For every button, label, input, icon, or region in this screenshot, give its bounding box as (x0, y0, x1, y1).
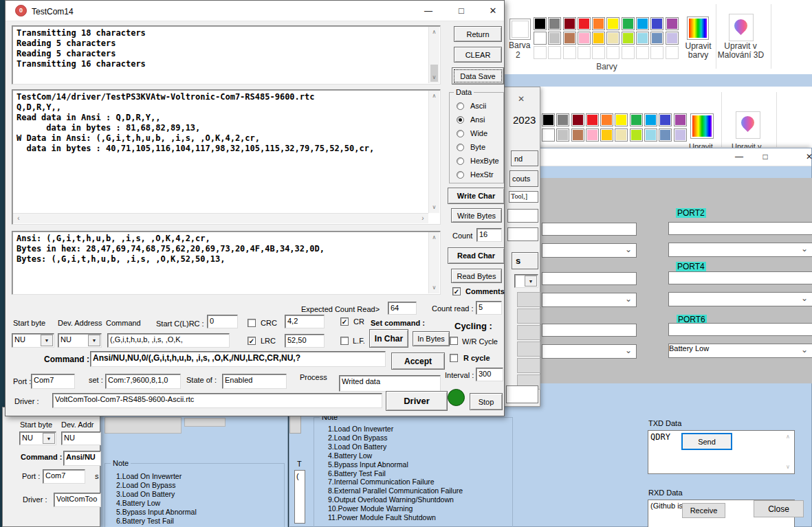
command-pattern-input[interactable]: (,G,i,t,h,u,b, ,i,s, ,O,K, (107, 333, 230, 348)
clear-button[interactable]: CLEAR (454, 47, 502, 63)
color-swatch[interactable] (563, 32, 576, 45)
scroll-up-icon[interactable]: ∧ (429, 27, 439, 37)
edit-colors-icon[interactable] (690, 113, 714, 139)
scroll-right-icon[interactable]: › (418, 214, 428, 223)
comments-checkbox[interactable]: ✓ (452, 287, 461, 295)
color-swatch[interactable] (650, 32, 663, 45)
port4-name-input[interactable] (668, 271, 812, 284)
read-bytes-button[interactable]: Read Bytes (451, 269, 502, 283)
stop-button[interactable]: Stop (470, 393, 503, 410)
lf-checkbox[interactable] (340, 337, 349, 345)
color-swatch[interactable] (600, 128, 613, 142)
color-swatch-empty[interactable] (563, 46, 576, 59)
scroll-up-icon[interactable]: ∧ (783, 432, 793, 442)
testcom14-titlebar[interactable]: 0 TestCom14 — □ ✕ (6, 1, 504, 21)
dev-address-select[interactable]: NU ▼ (58, 333, 102, 348)
color-swatch[interactable] (615, 113, 628, 126)
counts-button-fragment[interactable]: couts (509, 170, 538, 187)
port-input[interactable]: Com7 (31, 374, 75, 389)
scroll-down-icon[interactable]: ∨ (429, 283, 439, 293)
color-swatch[interactable] (644, 128, 657, 142)
in-char-button[interactable]: In Char (369, 329, 408, 348)
color-swatch[interactable] (556, 128, 569, 142)
color-swatch[interactable] (636, 32, 649, 45)
radio-hexstr[interactable] (457, 171, 464, 179)
radio-hexbyte[interactable] (457, 157, 464, 165)
textbox-fragment[interactable] (507, 209, 538, 223)
close-icon[interactable]: ✕ (511, 93, 531, 105)
color-swatch[interactable] (630, 128, 643, 142)
color-swatch[interactable] (586, 128, 599, 142)
parsed-scrollbar[interactable]: ∧ ∨ (428, 232, 439, 293)
parsed-textarea[interactable]: Ansi: (,G,i,t,h,u,b, ,i,s, ,O,K,4,2,cr, … (12, 231, 441, 295)
color-swatch[interactable] (600, 113, 613, 126)
tool-textbox-fragment[interactable]: Tool,] (509, 191, 538, 203)
port-input[interactable]: Com7 (43, 469, 85, 484)
color2-swatch[interactable] (509, 19, 531, 40)
color-swatch[interactable] (578, 32, 591, 45)
paint3d-icon[interactable] (736, 111, 760, 139)
color-swatch[interactable] (542, 113, 555, 126)
color-swatch[interactable] (630, 113, 643, 126)
radio-wide[interactable] (457, 130, 464, 137)
close-icon[interactable]: ✕ (799, 150, 812, 163)
port4-status-select[interactable]: ⌄ (668, 292, 812, 306)
dropdown-icon[interactable]: ▼ (88, 335, 100, 346)
color-swatch[interactable] (615, 128, 628, 142)
state-input[interactable]: Enabled (222, 374, 287, 389)
count-read-input[interactable]: 5 (476, 301, 502, 315)
color-swatch[interactable] (674, 113, 687, 126)
color-swatch[interactable] (578, 17, 591, 30)
r-cycle-checkbox[interactable] (450, 354, 458, 362)
port5-status-select[interactable]: ⌄ (542, 344, 637, 359)
scroll-left-icon[interactable]: ‹ (14, 214, 23, 223)
bytes-button-fragment[interactable]: s (512, 252, 538, 269)
close-button[interactable]: Close (754, 500, 804, 517)
start-crc-input[interactable]: 0 (207, 315, 238, 328)
radio-ascii[interactable] (457, 102, 464, 110)
port2-name-input[interactable] (668, 222, 812, 235)
expected-count-input[interactable]: 64 (388, 302, 417, 315)
crc-value-input[interactable]: 4,2 (285, 315, 325, 328)
scroll-up-icon[interactable]: ∧ (429, 233, 439, 243)
color-swatch[interactable] (548, 17, 561, 30)
color-swatch-empty[interactable] (636, 46, 649, 59)
process-input[interactable]: Writed data (339, 375, 441, 392)
color-swatch-empty[interactable] (666, 46, 679, 59)
dev-address-select[interactable]: NU (61, 431, 101, 445)
color-swatch[interactable] (556, 113, 569, 126)
session-hscrollbar[interactable]: ‹ › (13, 213, 428, 223)
color-swatch[interactable] (666, 32, 679, 45)
color-swatch-empty[interactable] (606, 46, 619, 59)
count-input[interactable]: 16 (476, 228, 502, 242)
port3-name-input[interactable] (542, 272, 637, 285)
color-swatch[interactable] (650, 17, 663, 30)
dropdown-icon[interactable]: ▼ (43, 433, 55, 444)
port3-status-select[interactable]: ⌄ (542, 293, 637, 307)
lrc-checkbox[interactable]: ✓ (248, 337, 256, 345)
send-button-fragment[interactable]: nd (511, 150, 538, 166)
crc-checkbox[interactable] (248, 319, 256, 327)
interval-input[interactable]: 300 (476, 368, 503, 381)
cr-checkbox[interactable]: ✓ (340, 317, 349, 326)
color-swatch-empty[interactable] (548, 46, 561, 59)
color-swatch[interactable] (636, 17, 649, 30)
color-swatch[interactable] (644, 113, 657, 126)
color-swatch[interactable] (659, 113, 672, 126)
in-bytes-button[interactable]: In Bytes (413, 331, 450, 346)
color-swatch[interactable] (534, 32, 547, 45)
color-swatch[interactable] (548, 32, 561, 45)
color-swatch[interactable] (592, 17, 605, 30)
edit-colors-label-line1[interactable]: Upravit (679, 41, 717, 51)
write-char-button[interactable]: Write Char (448, 188, 505, 204)
color-swatch[interactable] (542, 128, 555, 142)
paint3d-label-line2[interactable]: Malování 3D (716, 50, 766, 60)
port1-name-input[interactable] (542, 223, 637, 236)
driver-button[interactable]: Driver (386, 391, 448, 411)
send-button[interactable]: Send (681, 433, 732, 450)
edit-colors-icon[interactable] (687, 16, 709, 40)
color-swatch[interactable] (606, 32, 619, 45)
port1-status-select[interactable]: ⌄ (542, 243, 637, 258)
textbox-fragment[interactable] (506, 385, 538, 403)
color-swatch-empty[interactable] (592, 46, 605, 59)
